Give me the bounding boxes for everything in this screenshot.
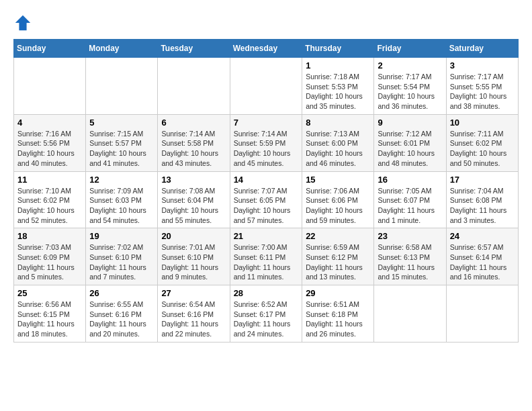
day-number: 11	[17, 175, 82, 185]
day-number: 2	[378, 60, 442, 71]
calendar-week-row: 4Sunrise: 7:16 AMSunset: 5:56 PMDaylight…	[14, 114, 519, 171]
day-number: 21	[234, 231, 299, 241]
calendar-cell: 21Sunrise: 7:00 AMSunset: 6:11 PMDayligh…	[230, 228, 302, 285]
day-info: Sunrise: 7:14 AMSunset: 5:59 PMDaylight:…	[234, 129, 299, 169]
calendar-cell: 8Sunrise: 7:13 AMSunset: 6:00 PMDaylight…	[302, 114, 374, 171]
day-info: Sunrise: 7:11 AMSunset: 6:02 PMDaylight:…	[450, 129, 515, 169]
calendar-cell: 26Sunrise: 6:55 AMSunset: 6:16 PMDayligh…	[86, 285, 158, 342]
day-info: Sunrise: 6:52 AMSunset: 6:17 PMDaylight:…	[234, 300, 299, 339]
calendar-cell: 27Sunrise: 6:54 AMSunset: 6:16 PMDayligh…	[158, 285, 230, 342]
calendar-cell: 20Sunrise: 7:01 AMSunset: 6:10 PMDayligh…	[158, 228, 230, 285]
calendar-cell: 2Sunrise: 7:17 AMSunset: 5:54 PMDaylight…	[374, 58, 446, 115]
day-info: Sunrise: 7:04 AMSunset: 6:08 PMDaylight:…	[450, 186, 515, 226]
day-info: Sunrise: 7:09 AMSunset: 6:03 PMDaylight:…	[89, 186, 154, 226]
calendar-cell: 15Sunrise: 7:06 AMSunset: 6:06 PMDayligh…	[302, 171, 374, 228]
calendar-header-monday: Monday	[86, 40, 158, 58]
calendar-header-friday: Friday	[374, 40, 446, 58]
day-number: 5	[89, 118, 154, 128]
day-info: Sunrise: 6:58 AMSunset: 6:13 PMDaylight:…	[378, 242, 442, 282]
calendar-week-row: 1Sunrise: 7:18 AMSunset: 5:53 PMDaylight…	[14, 58, 519, 115]
day-number: 15	[306, 175, 370, 185]
calendar-cell	[158, 58, 230, 115]
logo	[13, 13, 34, 32]
day-number: 23	[378, 231, 442, 241]
calendar-cell: 6Sunrise: 7:14 AMSunset: 5:58 PMDaylight…	[158, 114, 230, 171]
calendar-table: SundayMondayTuesdayWednesdayThursdayFrid…	[13, 39, 519, 342]
day-number: 12	[89, 175, 154, 185]
day-number: 9	[378, 118, 442, 128]
calendar-cell: 14Sunrise: 7:07 AMSunset: 6:05 PMDayligh…	[230, 171, 302, 228]
calendar-cell: 28Sunrise: 6:52 AMSunset: 6:17 PMDayligh…	[230, 285, 302, 342]
day-info: Sunrise: 7:15 AMSunset: 5:57 PMDaylight:…	[89, 129, 154, 169]
day-info: Sunrise: 7:17 AMSunset: 5:55 PMDaylight:…	[450, 72, 515, 111]
day-number: 26	[89, 288, 154, 298]
calendar-cell: 11Sunrise: 7:10 AMSunset: 6:02 PMDayligh…	[14, 171, 86, 228]
calendar-cell: 18Sunrise: 7:03 AMSunset: 6:09 PMDayligh…	[14, 228, 86, 285]
calendar-cell: 3Sunrise: 7:17 AMSunset: 5:55 PMDaylight…	[446, 58, 518, 115]
day-number: 14	[234, 175, 299, 185]
day-info: Sunrise: 7:18 AMSunset: 5:53 PMDaylight:…	[306, 72, 370, 111]
calendar-cell	[446, 285, 518, 342]
day-info: Sunrise: 7:07 AMSunset: 6:05 PMDaylight:…	[234, 186, 299, 226]
day-number: 6	[161, 118, 226, 128]
calendar-cell: 1Sunrise: 7:18 AMSunset: 5:53 PMDaylight…	[302, 58, 374, 115]
day-number: 27	[161, 288, 226, 298]
day-info: Sunrise: 7:00 AMSunset: 6:11 PMDaylight:…	[234, 242, 299, 282]
calendar-cell: 17Sunrise: 7:04 AMSunset: 6:08 PMDayligh…	[446, 171, 518, 228]
calendar-cell: 23Sunrise: 6:58 AMSunset: 6:13 PMDayligh…	[374, 228, 446, 285]
calendar-cell	[374, 285, 446, 342]
day-info: Sunrise: 6:56 AMSunset: 6:15 PMDaylight:…	[17, 300, 82, 339]
day-info: Sunrise: 7:10 AMSunset: 6:02 PMDaylight:…	[17, 186, 82, 226]
day-info: Sunrise: 7:02 AMSunset: 6:10 PMDaylight:…	[89, 242, 154, 282]
day-number: 10	[450, 118, 515, 128]
day-number: 20	[161, 231, 226, 241]
day-number: 8	[306, 118, 370, 128]
day-info: Sunrise: 7:14 AMSunset: 5:58 PMDaylight:…	[161, 129, 226, 169]
calendar-cell	[230, 58, 302, 115]
calendar-header-tuesday: Tuesday	[158, 40, 230, 58]
calendar-header-sunday: Sunday	[14, 40, 86, 58]
calendar-cell: 25Sunrise: 6:56 AMSunset: 6:15 PMDayligh…	[14, 285, 86, 342]
calendar-cell: 13Sunrise: 7:08 AMSunset: 6:04 PMDayligh…	[158, 171, 230, 228]
day-info: Sunrise: 7:08 AMSunset: 6:04 PMDaylight:…	[161, 186, 226, 226]
day-info: Sunrise: 7:03 AMSunset: 6:09 PMDaylight:…	[17, 242, 82, 282]
day-info: Sunrise: 6:57 AMSunset: 6:14 PMDaylight:…	[450, 242, 515, 282]
day-info: Sunrise: 7:16 AMSunset: 5:56 PMDaylight:…	[17, 129, 82, 169]
day-number: 19	[89, 231, 154, 241]
calendar-cell: 16Sunrise: 7:05 AMSunset: 6:07 PMDayligh…	[374, 171, 446, 228]
day-number: 1	[306, 60, 370, 71]
day-number: 3	[450, 60, 515, 71]
calendar-week-row: 25Sunrise: 6:56 AMSunset: 6:15 PMDayligh…	[14, 285, 519, 342]
day-number: 13	[161, 175, 226, 185]
calendar-week-row: 11Sunrise: 7:10 AMSunset: 6:02 PMDayligh…	[14, 171, 519, 228]
day-number: 29	[306, 288, 370, 298]
calendar-cell: 22Sunrise: 6:59 AMSunset: 6:12 PMDayligh…	[302, 228, 374, 285]
calendar-cell: 19Sunrise: 7:02 AMSunset: 6:10 PMDayligh…	[86, 228, 158, 285]
day-info: Sunrise: 7:13 AMSunset: 6:00 PMDaylight:…	[306, 129, 370, 169]
calendar-cell: 24Sunrise: 6:57 AMSunset: 6:14 PMDayligh…	[446, 228, 518, 285]
calendar-cell: 4Sunrise: 7:16 AMSunset: 5:56 PMDaylight…	[14, 114, 86, 171]
day-info: Sunrise: 6:51 AMSunset: 6:18 PMDaylight:…	[306, 300, 370, 339]
calendar-cell	[14, 58, 86, 115]
day-info: Sunrise: 7:17 AMSunset: 5:54 PMDaylight:…	[378, 72, 442, 111]
calendar-header-thursday: Thursday	[302, 40, 374, 58]
day-info: Sunrise: 7:01 AMSunset: 6:10 PMDaylight:…	[161, 242, 226, 282]
day-number: 7	[234, 118, 299, 128]
day-number: 24	[450, 231, 515, 241]
day-info: Sunrise: 7:05 AMSunset: 6:07 PMDaylight:…	[378, 186, 442, 226]
logo-icon	[13, 13, 32, 32]
calendar-cell: 12Sunrise: 7:09 AMSunset: 6:03 PMDayligh…	[86, 171, 158, 228]
day-info: Sunrise: 7:06 AMSunset: 6:06 PMDaylight:…	[306, 186, 370, 226]
day-number: 4	[17, 118, 82, 128]
calendar-week-row: 18Sunrise: 7:03 AMSunset: 6:09 PMDayligh…	[14, 228, 519, 285]
day-number: 18	[17, 231, 82, 241]
day-number: 16	[378, 175, 442, 185]
calendar-cell	[86, 58, 158, 115]
calendar-header-saturday: Saturday	[446, 40, 518, 58]
day-info: Sunrise: 6:59 AMSunset: 6:12 PMDaylight:…	[306, 242, 370, 282]
svg-marker-0	[15, 15, 30, 30]
day-info: Sunrise: 6:54 AMSunset: 6:16 PMDaylight:…	[161, 300, 226, 339]
page-header	[13, 13, 519, 32]
day-info: Sunrise: 6:55 AMSunset: 6:16 PMDaylight:…	[89, 300, 154, 339]
day-number: 17	[450, 175, 515, 185]
